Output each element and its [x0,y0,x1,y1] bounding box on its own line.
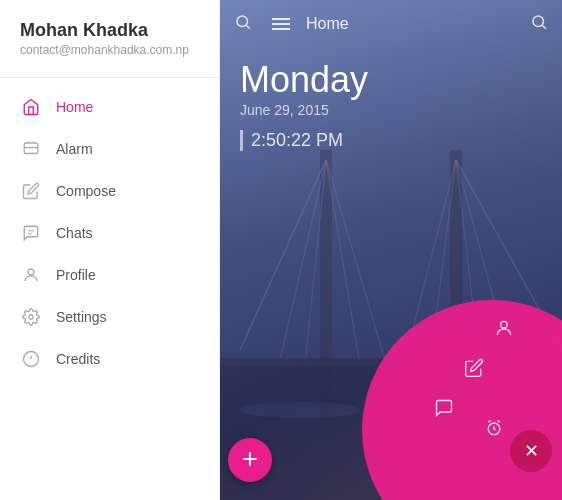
user-email: contact@mohankhadka.com.np [20,43,199,57]
svg-line-27 [246,25,249,28]
search-right-icon[interactable] [530,13,548,36]
menu-icon[interactable] [268,18,290,30]
profile-icon [20,264,42,286]
alarm-icon [20,138,42,160]
topbar: Home [220,0,562,48]
sidebar-item-home-label: Home [56,99,93,115]
date-label: June 29, 2015 [240,102,368,118]
svg-point-30 [501,321,508,328]
time-label: 2:50:22 PM [240,130,368,151]
sidebar-item-profile-label: Profile [56,267,96,283]
sidebar-item-settings-label: Settings [56,309,107,325]
action-profile-button[interactable] [486,310,522,346]
sidebar-item-profile[interactable]: Profile [0,254,219,296]
sidebar-item-alarm-label: Alarm [56,141,93,157]
sidebar-item-settings[interactable]: Settings [0,296,219,338]
settings-icon [20,306,42,328]
compose-icon [20,180,42,202]
svg-line-29 [542,25,545,28]
svg-line-34 [488,421,491,423]
fab-plus-button[interactable]: + [228,438,272,482]
topbar-title: Home [306,15,520,33]
action-icons-area: ✕ [342,300,562,480]
fab-close-button[interactable]: ✕ [510,430,552,472]
svg-point-28 [533,16,544,27]
plus-icon: + [242,445,258,473]
svg-rect-0 [24,143,38,154]
sidebar-item-compose[interactable]: Compose [0,170,219,212]
svg-line-35 [497,421,500,423]
sidebar-item-chats[interactable]: Chats [0,212,219,254]
sidebar-item-credits[interactable]: Credits [0,338,219,380]
chats-icon [20,222,42,244]
search-left-icon[interactable] [234,13,252,36]
sidebar-item-alarm[interactable]: Alarm [0,128,219,170]
action-chats-button[interactable] [426,390,462,426]
svg-point-26 [237,16,248,27]
svg-point-4 [28,269,34,275]
day-label: Monday [240,60,368,100]
credits-icon [20,348,42,370]
sidebar-item-credits-label: Credits [56,351,100,367]
sidebar-item-home[interactable]: Home [0,86,219,128]
home-icon [20,96,42,118]
main-panel: Home Monday June 29, 2015 2:50:22 PM [220,0,562,500]
svg-point-5 [29,315,34,320]
sidebar-header: Mohan Khadka contact@mohankhadka.com.np [0,20,219,77]
user-name: Mohan Khadka [20,20,199,41]
sidebar-item-compose-label: Compose [56,183,116,199]
action-compose-button[interactable] [456,350,492,386]
content-area: Monday June 29, 2015 2:50:22 PM [240,60,368,151]
sidebar-divider [0,77,219,78]
sidebar: Mohan Khadka contact@mohankhadka.com.np … [0,0,220,500]
close-icon: ✕ [524,440,539,462]
sidebar-item-chats-label: Chats [56,225,93,241]
action-alarm-button[interactable] [476,410,512,446]
